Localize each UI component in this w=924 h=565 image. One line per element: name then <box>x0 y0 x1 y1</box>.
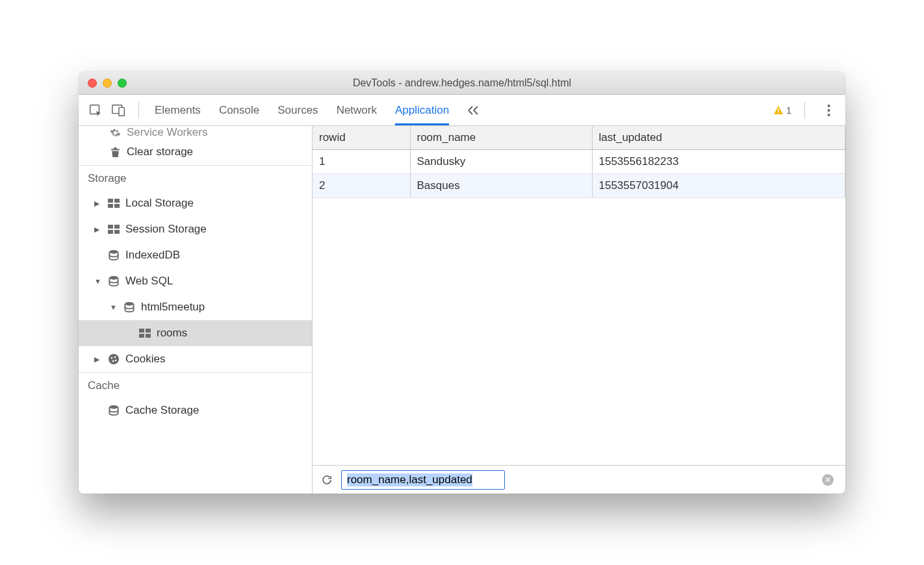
sidebar-item-label: Cache Storage <box>125 404 199 417</box>
svg-rect-13 <box>114 225 120 229</box>
table-row[interactable]: 2 Basques 1553557031904 <box>313 174 845 198</box>
col-last-updated[interactable]: last_updated <box>592 126 845 150</box>
sidebar-item-label: Web SQL <box>125 275 173 288</box>
table-row[interactable]: 1 Sandusky 1553556182233 <box>313 150 845 174</box>
svg-rect-21 <box>139 334 144 338</box>
database-icon <box>107 405 120 416</box>
device-toolbar-icon[interactable] <box>109 100 129 121</box>
database-icon <box>107 250 120 261</box>
svg-rect-15 <box>114 230 120 234</box>
devtools-window: DevTools - andrew.hedges.name/html5/sql.… <box>79 71 845 494</box>
clear-input-icon[interactable]: ✕ <box>822 474 834 486</box>
cell-rowid: 2 <box>313 174 410 198</box>
tabs-overflow[interactable] <box>467 95 480 125</box>
svg-rect-4 <box>778 112 779 114</box>
svg-point-26 <box>112 360 114 362</box>
svg-point-5 <box>827 105 830 107</box>
sidebar-item-label: Cookies <box>125 353 165 366</box>
svg-rect-9 <box>114 199 120 203</box>
tab-network[interactable]: Network <box>337 95 377 125</box>
content-area: Service Workers Clear storage Storage ▶ … <box>79 126 845 494</box>
svg-point-18 <box>125 302 133 306</box>
sql-input-wrap: room_name,last_updated ✕ <box>341 470 839 490</box>
warning-icon <box>773 105 784 116</box>
sidebar-item-label: IndexedDB <box>125 249 180 262</box>
sidebar-item-session-storage[interactable]: ▶ Session Storage <box>79 216 312 242</box>
svg-point-25 <box>114 357 116 358</box>
application-sidebar: Service Workers Clear storage Storage ▶ … <box>79 126 313 494</box>
cell-room-name: Sandusky <box>410 150 592 174</box>
svg-rect-14 <box>108 230 113 234</box>
svg-point-6 <box>827 109 830 112</box>
col-room-name[interactable]: room_name <box>410 126 592 150</box>
svg-rect-8 <box>108 199 113 203</box>
table-icon <box>138 329 151 338</box>
database-icon <box>107 276 120 287</box>
sidebar-item-label: rooms <box>157 327 187 340</box>
tab-console[interactable]: Console <box>219 95 259 125</box>
col-rowid[interactable]: rowid <box>313 126 410 150</box>
cell-room-name: Basques <box>410 174 592 198</box>
svg-point-23 <box>109 354 119 364</box>
sidebar-item-label: Session Storage <box>125 223 207 236</box>
gear-icon <box>109 127 122 138</box>
sidebar-item-clear-storage[interactable]: Clear storage <box>79 139 312 165</box>
chevron-down-icon: ▼ <box>110 303 118 311</box>
chevron-right-icon: ▶ <box>94 199 102 208</box>
svg-rect-2 <box>119 107 124 116</box>
titlebar: DevTools - andrew.hedges.name/html5/sql.… <box>79 71 845 95</box>
sidebar-item-label: html5meetup <box>141 301 205 314</box>
sql-input[interactable] <box>341 470 505 490</box>
cell-last-updated: 1553556182233 <box>592 150 845 174</box>
sidebar-item-indexeddb[interactable]: IndexedDB <box>79 242 312 268</box>
sidebar-item-service-workers[interactable]: Service Workers <box>79 126 312 139</box>
kebab-menu-icon[interactable] <box>818 100 839 121</box>
svg-rect-11 <box>114 204 120 208</box>
svg-point-24 <box>111 357 113 359</box>
sidebar-item-local-storage[interactable]: ▶ Local Storage <box>79 190 312 216</box>
cookie-icon <box>107 353 120 365</box>
warnings-badge[interactable]: 1 <box>773 105 791 116</box>
toolbar-divider <box>138 102 139 119</box>
trash-icon <box>109 147 122 158</box>
table-icon <box>107 199 120 208</box>
tab-elements[interactable]: Elements <box>155 95 201 125</box>
main-panel: rowid room_name last_updated 1 Sandusky … <box>313 126 845 494</box>
sidebar-item-label: Clear storage <box>127 145 193 158</box>
tab-application[interactable]: Application <box>395 95 449 125</box>
svg-point-7 <box>827 114 830 116</box>
chevron-right-icon: ▶ <box>94 225 102 234</box>
table-header-row: rowid room_name last_updated <box>313 126 845 150</box>
refresh-icon[interactable] <box>319 474 335 486</box>
svg-rect-3 <box>778 108 779 112</box>
svg-rect-20 <box>146 329 151 333</box>
database-icon <box>123 302 136 313</box>
section-storage: Storage <box>79 165 312 190</box>
table-icon <box>107 225 120 234</box>
statusbar: room_name,last_updated ✕ <box>313 465 845 494</box>
svg-rect-19 <box>139 329 144 333</box>
toolbar-divider <box>804 102 805 119</box>
cell-rowid: 1 <box>313 150 410 174</box>
sidebar-item-websql-table[interactable]: rooms <box>79 320 312 346</box>
devtools-toolbar: Elements Console Sources Network Applica… <box>79 95 845 126</box>
chevron-down-icon: ▼ <box>94 277 102 285</box>
tab-sources[interactable]: Sources <box>277 95 318 125</box>
warning-count: 1 <box>786 105 791 116</box>
sidebar-item-cache-storage[interactable]: Cache Storage <box>79 397 312 423</box>
sidebar-item-websql[interactable]: ▼ Web SQL <box>79 268 312 294</box>
sidebar-item-cookies[interactable]: ▶ Cookies <box>79 346 312 372</box>
svg-rect-22 <box>146 334 151 338</box>
window-title: DevTools - andrew.hedges.name/html5/sql.… <box>79 77 845 89</box>
cell-last-updated: 1553557031904 <box>592 174 845 198</box>
sidebar-item-websql-db[interactable]: ▼ html5meetup <box>79 294 312 320</box>
svg-rect-10 <box>108 204 113 208</box>
sidebar-item-label: Local Storage <box>125 197 194 210</box>
chevron-right-icon: ▶ <box>94 355 102 364</box>
svg-point-27 <box>115 360 117 362</box>
data-table: rowid room_name last_updated 1 Sandusky … <box>313 126 845 198</box>
section-cache: Cache <box>79 372 312 397</box>
inspect-element-icon[interactable] <box>85 100 106 121</box>
svg-point-16 <box>109 250 118 254</box>
svg-point-17 <box>109 276 118 280</box>
